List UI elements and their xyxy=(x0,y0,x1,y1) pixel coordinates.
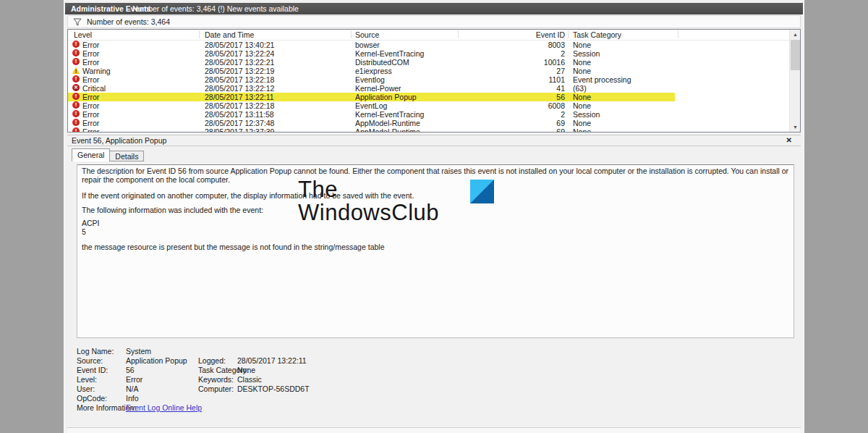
property-label: Logged: xyxy=(198,356,226,366)
cell-level: Error xyxy=(82,58,99,67)
column-header-level[interactable]: Level xyxy=(74,30,92,40)
cell-taskcategory: (63) xyxy=(573,84,587,93)
cell-level: Error xyxy=(82,93,99,101)
table-row[interactable]: ! Error 28/05/2017 13:22:11 Application … xyxy=(68,93,789,101)
property-value: DESKTOP-56SDD6T xyxy=(237,384,310,394)
event-properties: Log Name:SystemSource:Application PopupL… xyxy=(67,347,801,413)
property-label: Level: xyxy=(77,375,97,384)
event-list-header: Level Date and Time Source Event ID Task… xyxy=(68,30,789,41)
event-viewer-window: Administrative Events Number of events: … xyxy=(64,0,804,433)
cell-taskcategory: None xyxy=(573,67,591,75)
table-row[interactable]: ! Error 28/05/2017 12:37:48 AppModel-Run… xyxy=(68,119,789,127)
cell-source: Application Popup xyxy=(355,93,417,101)
event-detail-title: Event 56, Application Popup xyxy=(72,135,166,146)
cell-level: Error xyxy=(82,101,99,110)
table-row[interactable]: ! Error 28/05/2017 13:22:18 Eventlog 110… xyxy=(68,75,789,84)
cell-eventid: 2 xyxy=(473,110,565,119)
error-icon: ! xyxy=(72,110,80,117)
scroll-down-icon[interactable]: ▼ xyxy=(791,122,800,132)
property-value: 28/05/2017 13:22:11 xyxy=(237,356,307,366)
cell-eventid: 1101 xyxy=(473,75,565,84)
scrollbar-thumb[interactable] xyxy=(791,40,800,70)
cell-level: Warning xyxy=(82,67,111,75)
event-description-box: The description for Event ID 56 from sou… xyxy=(77,164,794,338)
cell-source: AppModel-Runtime xyxy=(355,119,420,127)
property-value: None xyxy=(237,366,255,375)
titlebar-subtitle: Number of events: 3,464 (!) New events a… xyxy=(132,3,299,14)
error-icon: ! xyxy=(72,127,80,132)
column-divider[interactable] xyxy=(568,30,569,38)
cell-eventid: 6008 xyxy=(473,101,565,110)
cell-taskcategory: Event processing xyxy=(573,75,631,84)
cell-datetime: 28/05/2017 13:22:21 xyxy=(205,58,274,67)
property-row: Log Name:System xyxy=(67,347,801,356)
close-icon[interactable]: ✕ xyxy=(786,135,792,146)
column-divider[interactable] xyxy=(678,30,678,38)
table-row[interactable]: ! Error 28/05/2017 12:37:39 AppModel-Run… xyxy=(68,127,789,132)
cell-level: Error xyxy=(82,119,99,127)
cell-taskcategory: None xyxy=(573,93,591,101)
tab-details[interactable]: Details xyxy=(109,151,144,161)
property-label: Log Name: xyxy=(77,347,114,356)
table-row[interactable]: ! Error 28/05/2017 13:22:18 EventLog 600… xyxy=(68,101,789,110)
column-header-eventid[interactable]: Event ID xyxy=(473,30,565,40)
cell-eventid: 27 xyxy=(473,67,565,75)
table-row[interactable]: ! Error 28/05/2017 13:22:24 Kernel-Event… xyxy=(68,49,789,58)
error-icon: ! xyxy=(72,101,80,109)
description-paragraph: The description for Event ID 56 from sou… xyxy=(82,167,789,184)
event-log-online-help-link[interactable]: Event Log Online Help xyxy=(126,403,202,413)
property-label: OpCode: xyxy=(77,394,107,403)
cell-level: Error xyxy=(82,49,99,58)
event-list-scrollbar[interactable]: ▲ ▼ xyxy=(789,30,800,132)
table-row[interactable]: ! Warning 28/05/2017 13:22:19 e1iexpress… xyxy=(68,67,789,75)
table-row[interactable]: ✕ Critical 28/05/2017 13:22:12 Kernel-Po… xyxy=(68,84,789,93)
error-icon: ! xyxy=(72,119,80,126)
column-divider[interactable] xyxy=(199,30,200,38)
cell-taskcategory: None xyxy=(573,101,591,110)
cell-eventid: 8003 xyxy=(473,41,565,49)
table-row[interactable]: ! Error 28/05/2017 13:40:21 bowser 8003 … xyxy=(68,41,789,49)
filter-count-label: Number of events: 3,464 xyxy=(87,16,170,28)
cell-source: e1iexpress xyxy=(355,67,392,75)
column-header-source[interactable]: Source xyxy=(355,30,379,40)
table-row[interactable]: ! Error 28/05/2017 13:11:58 Kernel-Event… xyxy=(68,110,789,119)
cell-level: Critical xyxy=(82,84,106,93)
cell-level: Error xyxy=(82,41,99,49)
column-header-date[interactable]: Date and Time xyxy=(205,30,254,40)
table-row[interactable]: ! Error 28/05/2017 13:22:21 DistributedC… xyxy=(68,58,789,67)
property-value: N/A xyxy=(126,384,139,394)
description-paragraph: If the event originated on another compu… xyxy=(82,191,789,200)
cell-datetime: 28/05/2017 13:22:18 xyxy=(205,75,274,84)
event-rows: ! Error 28/05/2017 13:40:21 bowser 8003 … xyxy=(68,41,789,132)
column-header-taskcategory[interactable]: Task Category xyxy=(573,30,621,40)
cell-eventid: 69 xyxy=(473,127,565,132)
cell-eventid: 56 xyxy=(473,93,565,101)
cell-datetime: 28/05/2017 13:22:18 xyxy=(205,101,274,110)
scroll-up-icon[interactable]: ▲ xyxy=(791,30,800,39)
cell-level: Error xyxy=(82,110,99,119)
cell-source: Kernel-EventTracing xyxy=(355,110,424,119)
cell-eventid: 10016 xyxy=(473,58,565,67)
property-row: Level:ErrorKeywords:Classic xyxy=(67,375,801,384)
filter-bar: Number of events: 3,464 xyxy=(67,15,801,28)
column-divider[interactable] xyxy=(351,30,352,38)
property-value: System xyxy=(126,347,151,356)
error-icon: ! xyxy=(72,49,80,56)
warning-icon: ! xyxy=(72,67,80,74)
cell-level: Error xyxy=(82,127,99,132)
event-list: Level Date and Time Source Event ID Task… xyxy=(67,29,801,133)
cell-datetime: 28/05/2017 12:37:48 xyxy=(205,119,274,127)
cell-eventid: 69 xyxy=(473,119,565,127)
column-divider[interactable] xyxy=(458,30,459,38)
cell-datetime: 28/05/2017 13:22:19 xyxy=(205,67,274,75)
cell-source: Kernel-EventTracing xyxy=(355,49,424,58)
property-row: Event ID:56Task Category:None xyxy=(67,366,801,375)
property-label: Source: xyxy=(77,356,103,366)
description-paragraph: The following information was included w… xyxy=(82,206,789,214)
titlebar: Administrative Events Number of events: … xyxy=(65,3,803,14)
property-value: Classic xyxy=(237,375,262,384)
property-value: Error xyxy=(126,375,142,384)
property-row: More Information:Event Log Online Help xyxy=(67,403,801,413)
error-icon: ! xyxy=(72,58,80,65)
tab-general[interactable]: General xyxy=(72,148,110,161)
